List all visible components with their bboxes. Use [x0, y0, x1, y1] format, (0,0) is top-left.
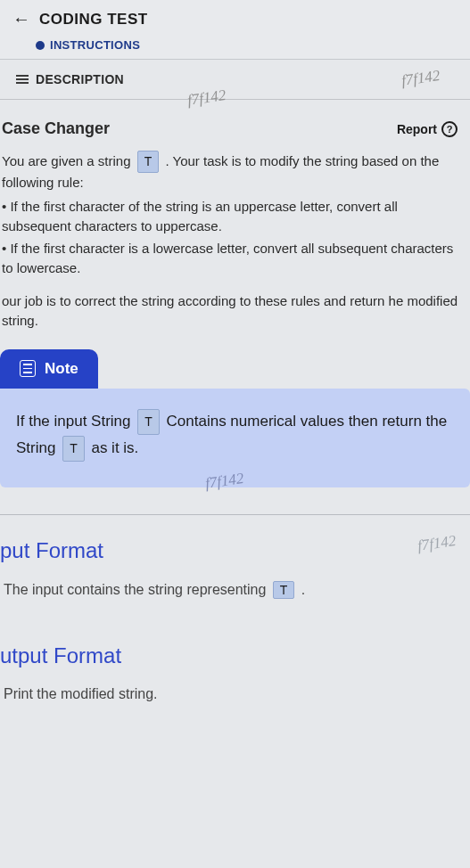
report-label: Report — [397, 122, 437, 136]
description-tab[interactable]: DESCRIPTION — [0, 60, 470, 100]
summary-text: our job is to correct the string accordi… — [2, 291, 463, 332]
content-area: Case Changer Report ? You are given a st… — [0, 100, 470, 702]
code-t: T — [62, 436, 85, 462]
rule1-text: If the first character of the string is … — [2, 199, 398, 234]
note-section: Note If the input String T Contains nume… — [0, 349, 470, 487]
note-post: as it is. — [87, 439, 139, 456]
divider — [0, 514, 470, 515]
question-icon: ? — [441, 121, 458, 137]
code-t: T — [273, 581, 295, 599]
back-arrow-icon[interactable]: ← — [12, 9, 30, 29]
intro-pre: You are given a string — [2, 153, 135, 168]
note-icon — [20, 360, 36, 377]
page-title: CODING TEST — [39, 11, 148, 29]
output-format-section: utput Format Print the modified string. — [0, 636, 470, 702]
rule-item: • If the first character of the string i… — [2, 197, 463, 237]
rule-item: • If the first character is a lowercase … — [2, 239, 463, 279]
instructions-tab[interactable]: INSTRUCTIONS — [12, 35, 458, 59]
input-format-body: The input contains the string representi… — [0, 579, 470, 599]
problem-title: Case Changer — [2, 119, 110, 138]
intro-paragraph: You are given a string T . Your task is … — [2, 151, 463, 193]
rules-list: • If the first character of the string i… — [2, 197, 463, 279]
problem-header: Case Changer Report ? — [0, 112, 470, 151]
header-bar: ← CODING TEST INSTRUCTIONS — [0, 0, 470, 60]
input-format-title: put Format — [0, 531, 470, 579]
code-t: T — [137, 151, 160, 173]
description-tab-label: DESCRIPTION — [36, 72, 124, 86]
problem-description: You are given a string T . Your task is … — [0, 151, 470, 332]
note-body: If the input String T Contains numerical… — [0, 389, 470, 487]
input-format-section: put Format The input contains the string… — [0, 531, 470, 599]
output-format-body: Print the modified string. — [0, 684, 470, 702]
input-post: . — [297, 582, 305, 597]
rule2-text: If the first character is a lowercase le… — [2, 241, 453, 276]
bullet-icon — [36, 41, 45, 50]
list-icon — [16, 75, 29, 84]
note-label: Note — [45, 360, 78, 378]
note-pre: If the input String — [16, 413, 135, 430]
title-row: ← CODING TEST — [12, 9, 458, 35]
report-button[interactable]: Report ? — [397, 121, 458, 137]
instructions-label: INSTRUCTIONS — [50, 38, 140, 52]
output-format-title: utput Format — [0, 636, 470, 684]
code-t: T — [137, 409, 160, 435]
note-header: Note — [0, 349, 98, 389]
input-pre: The input contains the string representi… — [4, 582, 270, 597]
